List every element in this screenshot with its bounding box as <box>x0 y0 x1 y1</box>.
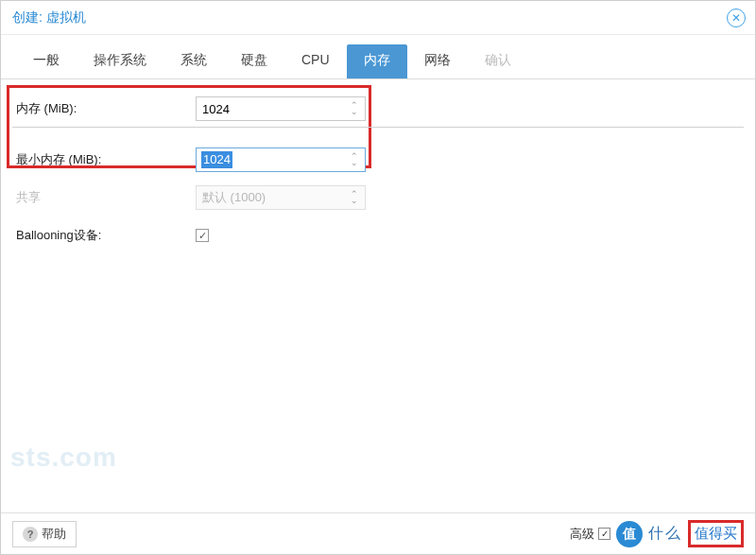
tab-confirm: 确认 <box>468 44 528 78</box>
row-ballooning: Ballooning设备: ✓ <box>16 219 740 251</box>
min-memory-label: 最小内存 (MiB): <box>16 151 196 168</box>
titlebar: 创建: 虚拟机 ✕ <box>1 1 755 35</box>
dialog-window: 创建: 虚拟机 ✕ 一般 操作系统 系统 硬盘 CPU 内存 网络 确认 内存 … <box>0 0 756 555</box>
shared-spinner: ⌃⌄ <box>196 185 366 210</box>
min-memory-spinner[interactable]: 1024 ⌃⌄ <box>196 147 366 172</box>
check-icon: ✓ <box>198 230 207 242</box>
memory-spinner[interactable]: ⌃⌄ <box>196 96 366 121</box>
tab-system[interactable]: 系统 <box>163 44 224 78</box>
advanced-label: 高级 <box>570 526 594 543</box>
row-memory: 内存 (MiB): ⌃⌄ <box>16 93 740 125</box>
overlay-button[interactable]: 值得买 <box>688 520 744 547</box>
tab-bar: 一般 操作系统 系统 硬盘 CPU 内存 网络 确认 <box>1 35 755 79</box>
min-memory-selection: 1024 <box>201 151 232 168</box>
dialog-title: 创建: 虚拟机 <box>12 9 86 26</box>
tab-disk[interactable]: 硬盘 <box>224 44 284 78</box>
advanced-toggle[interactable]: 高级 ✓ <box>570 526 610 543</box>
ballooning-checkbox[interactable]: ✓ <box>196 229 209 242</box>
content-panel: 内存 (MiB): ⌃⌄ 最小内存 (MiB): 1024 ⌃⌄ 共享 ⌃⌄ B… <box>1 79 755 512</box>
badge-circle: 值 <box>616 521 643 547</box>
tab-general[interactable]: 一般 <box>16 44 77 78</box>
tab-network[interactable]: 网络 <box>407 44 468 78</box>
close-icon[interactable]: ✕ <box>727 9 746 27</box>
help-button[interactable]: ? 帮助 <box>12 521 77 547</box>
advanced-checkbox[interactable]: ✓ <box>598 528 610 540</box>
footer: ? 帮助 高级 ✓ 值 什么 值得买 <box>1 512 755 554</box>
watermark-text: sts.com <box>10 442 117 473</box>
row-shared: 共享 ⌃⌄ <box>16 182 740 214</box>
footer-right: 高级 ✓ 值 什么 值得买 <box>570 520 744 547</box>
shared-input <box>196 185 366 210</box>
row-min-memory: 最小内存 (MiB): 1024 ⌃⌄ <box>16 144 740 176</box>
help-label: 帮助 <box>42 526 66 543</box>
check-icon: ✓ <box>601 529 609 539</box>
tab-os[interactable]: 操作系统 <box>77 44 163 78</box>
tab-memory[interactable]: 内存 <box>347 44 407 78</box>
tab-cpu[interactable]: CPU <box>284 44 347 78</box>
divider <box>12 127 744 128</box>
memory-input[interactable] <box>196 96 366 121</box>
help-icon: ? <box>23 527 38 542</box>
overlay-text-1: 什么 <box>648 524 682 544</box>
shared-label: 共享 <box>16 189 196 206</box>
memory-label: 内存 (MiB): <box>16 100 196 117</box>
ballooning-label: Ballooning设备: <box>16 227 196 244</box>
